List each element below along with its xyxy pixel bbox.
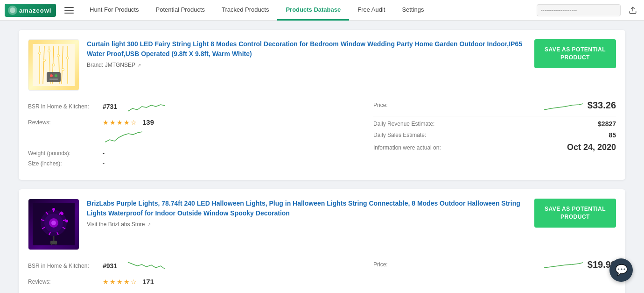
chat-bubble-button[interactable]: 💬	[609, 258, 633, 282]
product-1-weight-value: -	[103, 150, 105, 157]
svg-point-1	[10, 7, 15, 13]
nav-links: Hunt For Products Potential Products Tra…	[81, 0, 537, 21]
p2-star-2: ★	[110, 278, 116, 286]
product-2-info: BrizLabs Purple Lights, 78.74ft 240 LED …	[87, 199, 527, 228]
product-1-revenue-row: Daily Revenue Estimate: $2827	[373, 120, 616, 128]
p2-star-5: ☆	[131, 278, 137, 286]
product-2-brand: Visit the BrizLabs Store ↗	[87, 221, 527, 228]
product-2-stars: ★ ★ ★ ★ ☆	[103, 278, 137, 286]
product-2-external-link-icon[interactable]: ↗	[147, 222, 151, 227]
nav-settings[interactable]: Settings	[393, 0, 432, 21]
product-1-sales-label: Daily Sales Estimate:	[373, 132, 426, 138]
p2-star-3: ★	[117, 278, 123, 286]
product-1-bsr-value: #731	[103, 103, 117, 110]
product-1-sales-row: Daily Sales Estimate: 85	[373, 131, 616, 139]
product-1-stars: ★ ★ ★ ★ ☆	[103, 119, 137, 126]
nav-export-icon[interactable]	[626, 4, 639, 17]
logo[interactable]: amazeowl	[5, 4, 56, 17]
product-2-reviews-label: Reviews:	[28, 279, 103, 285]
product-1-date-row: Information were actual on: Oct 24, 2020	[373, 143, 616, 152]
product-1-brand-text: Brand: JMTGNSEP	[87, 62, 135, 68]
nav-search-text: ••••••••••••••••••••	[541, 7, 577, 13]
product-1-external-link-icon[interactable]: ↗	[137, 63, 141, 68]
svg-rect-22	[49, 79, 58, 80]
star-2: ★	[110, 119, 116, 126]
product-1-save-button[interactable]: SAVE AS POTENTIAL PRODUCT	[534, 39, 616, 68]
product-card-1: Curtain light 300 LED Fairy String Light…	[19, 30, 625, 180]
p2-star-1: ★	[103, 278, 109, 286]
star-1: ★	[103, 119, 109, 126]
svg-point-13	[43, 59, 46, 62]
product-1-revenue-label: Daily Revenue Estimate:	[373, 121, 434, 127]
product-1-brand: Brand: JMTGNSEP ↗	[87, 62, 527, 68]
svg-point-15	[53, 64, 55, 66]
product-1-img-bg	[28, 40, 79, 90]
nav-search-bar[interactable]: ••••••••••••••••••••	[537, 4, 621, 16]
product-1-reviews-row: Reviews: ★ ★ ★ ★ ☆ 139	[28, 118, 364, 126]
product-2-review-count: 171	[142, 278, 154, 286]
product-2-left-stats: BSR in Home & Kitchen: #931 Reviews: ★	[28, 257, 364, 289]
svg-point-14	[48, 50, 50, 52]
product-2-reviews-row: Reviews: ★ ★ ★ ★ ☆ 171	[28, 278, 364, 286]
product-1-sales-value: 85	[609, 131, 616, 139]
product-2-bsr-value: #931	[103, 262, 117, 270]
product-1-reviews-chart	[103, 128, 145, 144]
product-1-size-value: -	[103, 160, 105, 167]
product-1-info: Curtain light 300 LED Fairy String Light…	[87, 39, 527, 68]
product-1-review-count: 139	[142, 118, 154, 126]
product-1-size-row: Size (inches): -	[28, 160, 364, 167]
logo-image: amazeowl	[5, 4, 56, 17]
product-2-price-row: Price: $19.99	[373, 257, 616, 272]
svg-point-39	[65, 220, 68, 222]
product-1-bsr-label: BSR in Home & Kitchen:	[28, 103, 103, 110]
nav-right: ••••••••••••••••••••	[537, 4, 639, 17]
product-2-save-button[interactable]: SAVE AS POTENTIAL PRODUCT	[534, 199, 616, 228]
product-2-price-label: Price:	[373, 261, 388, 268]
nav-tracked-products[interactable]: Tracked Products	[213, 0, 277, 21]
product-2-right-stats: Price: $19.99	[373, 257, 616, 275]
product-1-weight-row: Weight (pounds): -	[28, 150, 364, 157]
product-2-brand-text: Visit the BrizLabs Store	[87, 221, 145, 228]
product-2-bsr-chart	[126, 257, 168, 274]
product-1-price-row: Price: $33.26	[373, 98, 616, 112]
product-2-price-chart	[542, 257, 584, 272]
product-1-revenue-value: $2827	[598, 120, 616, 128]
p2-star-4: ★	[124, 278, 130, 286]
product-1-left-stats: BSR in Home & Kitchen: #731 Reviews: ★	[28, 98, 364, 171]
product-1-size-label: Size (inches):	[28, 160, 103, 167]
product-1-date-label: Information were actual on:	[373, 144, 441, 151]
svg-text:amazeowl: amazeowl	[19, 7, 51, 14]
product-1-weight-label: Weight (pounds):	[28, 150, 103, 157]
svg-point-16	[57, 55, 60, 57]
page-content: Curtain light 300 LED Fairy String Light…	[0, 21, 644, 293]
nav-potential-products[interactable]: Potential Products	[147, 0, 214, 21]
product-1-price-label: Price:	[373, 102, 388, 108]
svg-rect-19	[47, 72, 61, 82]
product-1-bsr-chart	[126, 98, 168, 114]
svg-point-36	[51, 221, 56, 225]
product-1-stats: BSR in Home & Kitchen: #731 Reviews: ★	[28, 98, 616, 171]
product-1-right-stats: Price: $33.26 Daily Revenue Estimate: $2…	[373, 98, 616, 156]
product-2-bsr-row: BSR in Home & Kitchen: #931	[28, 257, 364, 274]
product-1-date-value: Oct 24, 2020	[567, 143, 616, 152]
nav-products-database[interactable]: Products Database	[277, 0, 349, 21]
svg-point-12	[39, 52, 41, 55]
svg-point-18	[67, 57, 69, 59]
nav-free-audit[interactable]: Free Audit	[349, 0, 393, 21]
svg-point-38	[61, 212, 63, 215]
product-2-stats: BSR in Home & Kitchen: #931 Reviews: ★	[28, 257, 616, 289]
product-card-2: BrizLabs Purple Lights, 78.74ft 240 LED …	[19, 189, 625, 293]
hamburger-menu[interactable]	[64, 4, 77, 17]
product-1-header: Curtain light 300 LED Fairy String Light…	[28, 39, 616, 91]
product-2-title: BrizLabs Purple Lights, 78.74ft 240 LED …	[87, 199, 527, 218]
star-3: ★	[117, 119, 123, 126]
product-1-image	[28, 39, 79, 91]
nav-hunt-for-products[interactable]: Hunt For Products	[81, 0, 147, 21]
product-2-image	[28, 199, 79, 250]
chat-icon: 💬	[615, 264, 628, 276]
product-2-bsr-label: BSR in Home & Kitchen:	[28, 263, 103, 269]
svg-point-20	[50, 74, 53, 77]
navbar: amazeowl Hunt For Products Potential Pro…	[0, 0, 644, 21]
product-2-header: BrizLabs Purple Lights, 78.74ft 240 LED …	[28, 199, 616, 250]
star-half: ☆	[131, 119, 137, 126]
